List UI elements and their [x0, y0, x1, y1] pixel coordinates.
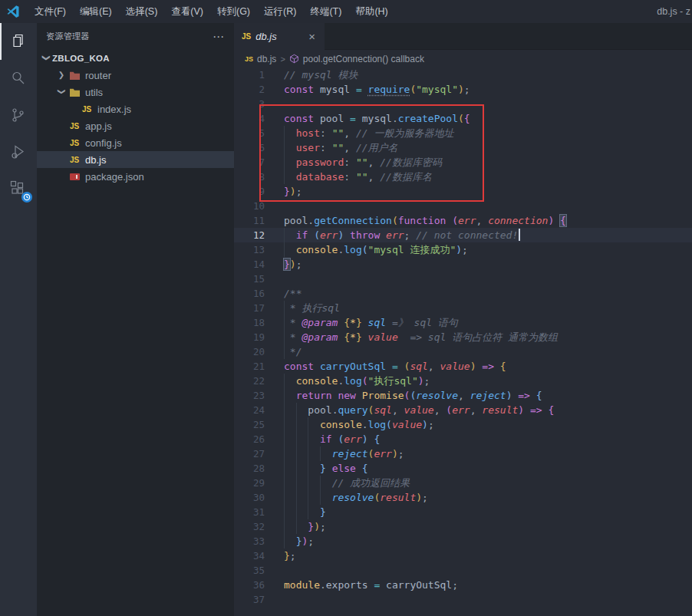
source-control-icon[interactable] — [0, 97, 37, 133]
code-line-26[interactable]: 26 if (err) { — [234, 432, 692, 446]
sidebar-item-utils[interactable]: ❯utils — [37, 84, 234, 100]
code-line-23[interactable]: 23 return new Promise((resolve, reject) … — [234, 388, 692, 403]
code-line-18[interactable]: 18 * @param {*} sql =》 sql 语句 — [234, 315, 692, 330]
line-number[interactable]: 35 — [234, 563, 265, 578]
code-line-3[interactable]: 3 — [234, 97, 692, 111]
sidebar-item-app-js[interactable]: JSapp.js — [37, 117, 234, 134]
code-line-4[interactable]: 4const pool = mysql.createPool({ — [234, 111, 692, 126]
tab-db-js[interactable]: JS db.js × — [234, 23, 325, 50]
extensions-icon[interactable] — [0, 170, 37, 207]
code-line-29[interactable]: 29 // 成功返回结果 — [234, 476, 692, 490]
code-line-25[interactable]: 25 console.log(value); — [234, 417, 692, 432]
line-number[interactable]: 2 — [234, 82, 265, 97]
line-number[interactable]: 13 — [234, 242, 265, 257]
line-number[interactable]: 14 — [234, 257, 265, 272]
sidebar-item-config-js[interactable]: JSconfig.js — [37, 134, 234, 151]
code-line-12[interactable]: 12 if (err) throw err; // not connected! — [234, 228, 692, 242]
code-line-31[interactable]: 31 } — [234, 505, 692, 519]
line-number[interactable]: 27 — [234, 446, 265, 461]
code-line-27[interactable]: 27 reject(err); — [234, 446, 692, 461]
menu-item-6[interactable]: 终端(T) — [303, 0, 348, 23]
line-number[interactable]: 5 — [234, 126, 265, 140]
explorer-icon[interactable] — [0, 23, 37, 60]
menu-item-1[interactable]: 编辑(E) — [73, 0, 119, 23]
line-number[interactable]: 9 — [234, 184, 265, 199]
sidebar-item-index-js[interactable]: JSindex.js — [37, 100, 234, 117]
line-number[interactable]: 30 — [234, 490, 265, 505]
line-number[interactable]: 29 — [234, 476, 265, 490]
code-line-1[interactable]: 1// mysql 模块 — [234, 68, 692, 82]
line-number[interactable]: 1 — [234, 68, 265, 82]
line-number[interactable]: 12 — [234, 228, 265, 242]
line-number[interactable]: 33 — [234, 534, 265, 548]
sidebar-item-router[interactable]: ❯router — [37, 67, 234, 84]
code-line-20[interactable]: 20 */ — [234, 344, 692, 359]
code-line-28[interactable]: 28 } else { — [234, 461, 692, 476]
code-line-6[interactable]: 6 user: "", //用户名 — [234, 140, 692, 155]
code-line-17[interactable]: 17 * 执行sql — [234, 301, 692, 315]
code-line-5[interactable]: 5 host: "", // 一般为服务器地址 — [234, 126, 692, 140]
line-number[interactable]: 20 — [234, 344, 265, 359]
breadcrumb-symbol[interactable]: pool.getConnection() callback — [303, 54, 424, 64]
more-actions-icon[interactable]: ⋯ — [213, 30, 225, 44]
code-line-9[interactable]: 9}); — [234, 184, 692, 199]
code-line-32[interactable]: 32 }); — [234, 519, 692, 534]
code-line-16[interactable]: 16/** — [234, 286, 692, 301]
code-line-36[interactable]: 36module.exports = carryOutSql; — [234, 578, 692, 592]
line-number[interactable]: 37 — [234, 592, 265, 607]
code-line-2[interactable]: 2const mysql = require("mysql"); — [234, 82, 692, 97]
line-number[interactable]: 6 — [234, 140, 265, 155]
code-line-7[interactable]: 7 password: "", //数据库密码 — [234, 155, 692, 170]
line-number[interactable]: 7 — [234, 155, 265, 170]
search-icon[interactable] — [0, 60, 37, 97]
line-number[interactable]: 15 — [234, 272, 265, 286]
line-number[interactable]: 32 — [234, 519, 265, 534]
line-number[interactable]: 28 — [234, 461, 265, 476]
code-line-19[interactable]: 19 * @param {*} value => sql 语句占位符 通常为数组 — [234, 330, 692, 344]
line-number[interactable]: 25 — [234, 417, 265, 432]
line-number[interactable]: 4 — [234, 111, 265, 126]
close-icon[interactable]: × — [307, 30, 317, 43]
code-line-8[interactable]: 8 database: "", //数据库名 — [234, 170, 692, 184]
menu-item-0[interactable]: 文件(F) — [28, 0, 73, 23]
line-number[interactable]: 21 — [234, 359, 265, 374]
code-line-14[interactable]: 14}); — [234, 257, 692, 272]
line-number[interactable]: 17 — [234, 301, 265, 315]
sidebar-item-db-js[interactable]: JSdb.js — [37, 151, 234, 168]
line-number[interactable]: 36 — [234, 578, 265, 592]
code-line-10[interactable]: 10 — [234, 199, 692, 213]
tree-root-zblog-koa[interactable]: ❯ ZBLOG_KOA — [37, 50, 234, 67]
code-line-35[interactable]: 35 — [234, 563, 692, 578]
line-number[interactable]: 24 — [234, 403, 265, 417]
line-number[interactable]: 10 — [234, 199, 265, 213]
code-line-11[interactable]: 11pool.getConnection(function (err, conn… — [234, 213, 692, 228]
code-line-24[interactable]: 24 pool.query(sql, value, (err, result) … — [234, 403, 692, 417]
code-line-33[interactable]: 33 }); — [234, 534, 692, 548]
code-line-21[interactable]: 21const carryOutSql = (sql, value) => { — [234, 359, 692, 374]
code-line-15[interactable]: 15 — [234, 272, 692, 286]
breadcrumb-file[interactable]: db.js — [257, 54, 276, 64]
line-number[interactable]: 18 — [234, 315, 265, 330]
line-number[interactable]: 31 — [234, 505, 265, 519]
menu-item-4[interactable]: 转到(G) — [210, 0, 257, 23]
line-number[interactable]: 11 — [234, 213, 265, 228]
code-line-13[interactable]: 13 console.log("mysql 连接成功"); — [234, 242, 692, 257]
line-number[interactable]: 26 — [234, 432, 265, 446]
line-number[interactable]: 16 — [234, 286, 265, 301]
sidebar-item-package-json[interactable]: package.json — [37, 168, 234, 185]
menu-item-2[interactable]: 选择(S) — [119, 0, 165, 23]
menu-item-5[interactable]: 运行(R) — [257, 0, 303, 23]
code-area[interactable]: 1// mysql 模块2const mysql = require("mysq… — [234, 68, 692, 616]
run-debug-icon[interactable] — [0, 133, 37, 170]
code-line-37[interactable]: 37 — [234, 592, 692, 607]
line-number[interactable]: 23 — [234, 388, 265, 403]
code-line-22[interactable]: 22 console.log("执行sql"); — [234, 374, 692, 388]
line-number[interactable]: 34 — [234, 548, 265, 563]
line-number[interactable]: 19 — [234, 330, 265, 344]
menu-item-7[interactable]: 帮助(H) — [348, 0, 394, 23]
menu-item-3[interactable]: 查看(V) — [164, 0, 210, 23]
line-number[interactable]: 22 — [234, 374, 265, 388]
code-line-30[interactable]: 30 resolve(result); — [234, 490, 692, 505]
code-line-34[interactable]: 34}; — [234, 548, 692, 563]
line-number[interactable]: 3 — [234, 97, 265, 111]
